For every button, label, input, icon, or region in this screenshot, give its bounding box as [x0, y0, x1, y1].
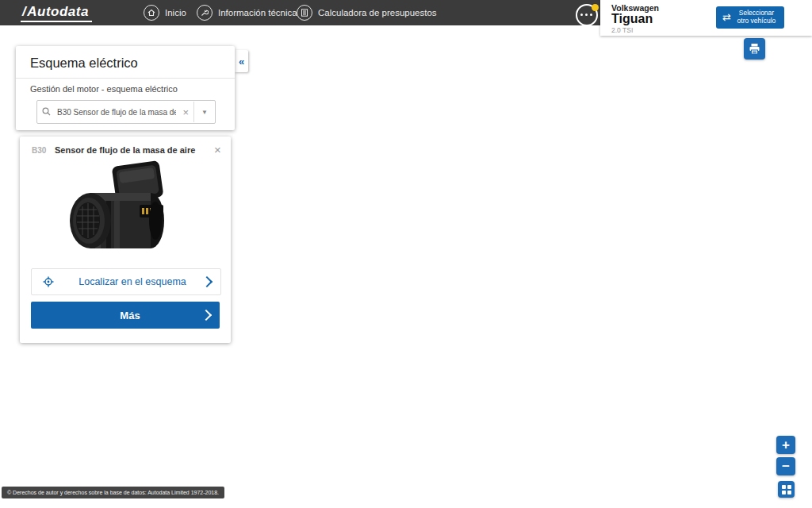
component-title: Sensor de flujo de la masa de aire	[55, 145, 195, 155]
chevron-right-icon	[201, 276, 213, 287]
crosshair-icon	[32, 276, 62, 287]
wrench-icon	[197, 5, 213, 21]
component-search-control: × ▼	[36, 100, 216, 124]
print-button[interactable]	[744, 38, 765, 60]
clear-search-icon[interactable]: ×	[178, 106, 193, 118]
nav-label: Inicio	[165, 8, 186, 17]
dropdown-chevron-icon[interactable]: ▼	[194, 109, 215, 116]
chevron-right-icon	[201, 310, 212, 321]
swap-arrows-icon: ⇄	[722, 12, 731, 24]
panel-title: Esquema eléctrico	[30, 56, 138, 71]
zoom-in-button[interactable]: +	[776, 436, 795, 454]
locate-in-diagram-button[interactable]: Localizar en el esquema	[31, 268, 221, 295]
drag-handle-icon	[782, 485, 791, 495]
vehicle-info-panel: Volkswagen Tiguan 2.0 TSI ⇄ Seleccionar …	[600, 0, 812, 36]
autodata-logo[interactable]: /Autodata	[21, 4, 92, 22]
nav-label: Calculadora de presupuestos	[318, 8, 437, 17]
locate-label: Localizar en el esquema	[62, 276, 203, 287]
calculator-icon	[297, 5, 312, 21]
pan-move-button[interactable]	[778, 481, 795, 498]
nav-label: Información técnica	[218, 8, 297, 17]
select-other-vehicle-button[interactable]: ⇄ Seleccionar otro vehículo	[716, 6, 784, 29]
maf-sensor-image	[58, 160, 193, 264]
esquema-electrico-panel: Esquema eléctrico Gestión del motor - es…	[16, 46, 235, 130]
dot-icon	[585, 13, 588, 16]
search-icon	[37, 105, 56, 119]
printer-icon	[749, 43, 760, 55]
divider	[16, 78, 235, 79]
copyright-notice: © Derechos de autor y derechos sobre la …	[2, 487, 224, 498]
zoom-out-button[interactable]: −	[776, 457, 795, 475]
component-detail-popup: B30 Sensor de flujo de la masa de aire ×…	[20, 137, 231, 343]
nav-item-inicio[interactable]: Inicio	[144, 0, 186, 25]
vehicle-engine: 2.0 TSI	[611, 26, 633, 34]
more-button[interactable]: Más	[31, 302, 220, 329]
dot-icon	[590, 13, 592, 16]
more-options-button[interactable]	[576, 4, 598, 26]
close-icon[interactable]: ×	[214, 143, 221, 156]
select-other-vehicle-label: Seleccionar otro vehículo	[735, 10, 778, 25]
component-code: B30	[32, 146, 46, 155]
more-label: Más	[58, 310, 202, 321]
nav-item-calculadora[interactable]: Calculadora de presupuestos	[297, 0, 437, 25]
home-icon	[144, 5, 159, 21]
logo-slash-icon: /	[22, 4, 26, 19]
collapse-panel-button[interactable]: «	[235, 50, 248, 72]
notification-dot	[592, 4, 599, 11]
vehicle-model: Tiguan	[611, 12, 653, 26]
search-input[interactable]	[56, 107, 178, 117]
panel-subtitle: Gestión del motor - esquema eléctrico	[30, 84, 178, 94]
nav-item-informacion-tecnica[interactable]: Información técnica	[197, 0, 297, 25]
dot-icon	[580, 13, 583, 16]
